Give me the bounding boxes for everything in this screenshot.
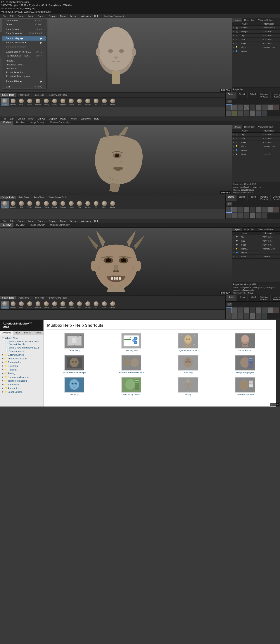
menu-create[interactable]: Create [16,15,27,18]
stamp-cell-2-9[interactable] [226,213,232,218]
help-tree-sub-3[interactable]: 📄 Release notes [1,349,43,353]
menu-item-open[interactable]: Open... Ctrl+O [3,22,46,26]
stamp-tab-falloff-2[interactable]: Falloff [248,195,258,201]
menu-file[interactable]: File [1,15,8,18]
stamp-cell-2-0[interactable] [226,207,232,213]
tool-fill-3[interactable]: Fill [92,301,100,309]
stamp-cell-3-9[interactable] [226,313,232,319]
help-card-import-export[interactable]: Import/Export [218,333,272,352]
stamp-cell-2-15[interactable] [261,213,267,218]
layer-row-light[interactable]: ● 💡 Light ... Intensity: 0.80 [232,45,280,49]
help-tree-getting-started[interactable]: ▶ 📁 Getting Started [1,353,43,356]
sculpt-tools-tab[interactable]: Sculpt Tools [0,93,16,96]
stamp-cell-10[interactable] [232,110,238,116]
help-tree-reference[interactable]: ▶ 📁 Reference [1,382,43,386]
stamp-tab-stamp-3[interactable]: Stamp [226,295,236,302]
stamp-cell-3-11[interactable] [238,313,243,319]
view-tab-community-3[interactable]: Mudbox Community [47,223,72,228]
layer-row-default-2[interactable]: ● 🔷 Defaul... [232,148,280,152]
tool-sculpt[interactable]: Sculpt [1,98,9,106]
tool-foamy[interactable]: Foamy [42,98,50,106]
tool-imprint[interactable]: Imprint [67,98,75,106]
mudbox-community-link[interactable]: Mudbox Community [103,15,127,18]
stamp-cell-6[interactable] [261,104,267,110]
tool-scrape-3[interactable]: Scrape [84,301,92,309]
stamp-cell-2-4[interactable] [250,207,255,213]
pose-tools-tab-3[interactable]: Pose Tools [32,296,47,300]
layer-row-default-3[interactable]: ● 🔷 Defaul... [232,251,280,255]
stamp-tab-stencil[interactable]: Stencil [236,92,248,98]
menu-windows[interactable]: Windows [79,15,93,18]
tool-repeat[interactable]: Repeat [59,98,67,106]
stamp-cell-11[interactable] [238,110,243,116]
menu-edit-3[interactable]: Edit [8,220,16,222]
tool-repeat-3[interactable]: Repeat [59,301,67,309]
stamp-cell-2-3[interactable] [244,207,249,213]
menu-item-import[interactable]: Import... [3,59,46,62]
stamp-tab-stamp[interactable]: Stamp [226,92,236,98]
menu-item-export-all-paint[interactable]: Export All Paint Layers... [3,74,46,78]
stamp-cell-2-2[interactable] [238,207,243,213]
menu-windows-2[interactable]: Windows [79,117,93,120]
menu-help[interactable]: Help [92,15,101,18]
view-tab-uv-2[interactable]: UV View [14,121,27,125]
help-card-painting[interactable]: Painting [47,377,102,396]
tool-imprint-2[interactable]: Imprint [67,201,75,208]
stamp-off-btn-2[interactable]: Off [226,202,232,206]
select-move-tab-3[interactable]: Select/Move Tools [47,296,69,300]
tool-spray-2[interactable]: Spray [51,201,59,208]
stamp-cell-15[interactable] [261,110,267,116]
help-tree-import-export[interactable]: ▶ 📁 Import and export [1,356,43,360]
tool-pinch[interactable]: Pinch [26,98,34,106]
menu-maps[interactable]: Maps [59,15,68,18]
layer-row-group-3[interactable]: ● 🗂 Grou... Levels: 5... [232,255,280,259]
menu-render[interactable]: Render [68,15,79,18]
menu-render-3[interactable]: Render [68,220,79,222]
stamp-cell-13[interactable] [250,110,255,116]
layer-row-light-2[interactable]: ● 💡 Light ... Intensity: 0.80 [232,144,280,148]
menu-item-send-to-3dsmax[interactable]: Send to 3ds Max ▶ [3,40,46,45]
menu-file-2[interactable]: File [1,117,8,120]
object-list-tab-1[interactable]: Object List [242,18,256,22]
stamp-cell-2-1[interactable] [232,207,238,213]
tool-sculpt-2[interactable]: Sculpt [1,201,9,208]
help-card-increase-res[interactable]: Increase model resolution [104,355,159,374]
sculpt-tools-tab-3[interactable]: Sculpt Tools [0,296,16,300]
help-tree-painting[interactable]: ▶ 📁 Painting [1,368,43,372]
help-tree-sculpting[interactable]: ▶ 📁 Sculpting [1,364,43,368]
menu-curves[interactable]: Curves [36,15,47,18]
tool-smooth-3[interactable]: Smooth [9,301,17,309]
stamp-cell-3-5[interactable] [255,307,261,313]
menu-item-import-as-layer[interactable]: Import As Layer... [3,62,46,66]
stamp-cell-2[interactable] [238,104,243,110]
stamp-cell-4[interactable] [250,104,255,110]
tool-foamy-3[interactable]: Foamy [42,301,50,309]
menu-edit-2[interactable]: Edit [8,117,16,120]
stamp-cell-2-7[interactable] [267,207,273,213]
stamp-cell-7[interactable] [267,104,273,110]
help-tree-presentation[interactable]: ▶ 📁 Presentation [1,360,43,364]
tool-wax-2[interactable]: Wax [76,201,83,208]
menu-windows-3[interactable]: Windows [79,220,93,222]
tool-knife-3[interactable]: Knife [100,301,108,309]
stamp-cell-2-14[interactable] [255,213,261,218]
stamp-cell-3-7[interactable] [267,307,273,313]
tool-scrape[interactable]: Scrape [84,98,92,106]
menu-edit[interactable]: Edit [8,15,16,18]
tool-grab-2[interactable]: Grab [18,201,25,208]
help-card-posing[interactable]: Posing [161,377,215,396]
stamp-tab-material-3[interactable]: Material Presets [258,295,271,302]
tool-smooth[interactable]: Smooth [9,98,17,106]
tool-sculpt-3[interactable]: Sculpt [1,301,9,309]
layer-row-group-2[interactable]: ● 🗂 Grou... Levels: 5... [232,152,280,156]
select-move-tab[interactable]: Select/Move Tools [47,93,69,96]
stamp-cell-1[interactable] [232,104,238,110]
stamp-cell-2-13[interactable] [250,213,255,218]
help-card-paint-layers[interactable]: Paint using layers [104,377,159,396]
stamp-tab-falloff[interactable]: Falloff [248,92,258,98]
help-tree-stamps[interactable]: ▶ 📁 Stamps and stencils [1,375,43,379]
menu-display-3[interactable]: Display [47,220,58,222]
tool-smooth-2[interactable]: Smooth [9,201,17,208]
stamp-cell-3-10[interactable] [232,313,238,319]
menu-item-save-as[interactable]: Save Scene As... Ctrl+Shift+S [3,32,46,35]
